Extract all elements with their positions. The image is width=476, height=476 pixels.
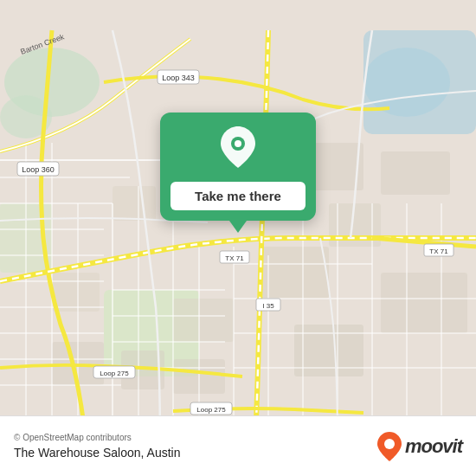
svg-point-70: [235, 140, 241, 147]
svg-text:Loop 275: Loop 275: [196, 406, 226, 414]
svg-rect-12: [294, 325, 363, 376]
moovit-logo: moovit: [377, 432, 462, 461]
svg-point-71: [384, 439, 395, 449]
bottom-left: © OpenStreetMap contributors The Warehou…: [14, 433, 181, 460]
map-container: Barton Creek Loop 343 Loop 360 TX 71 TX …: [0, 0, 476, 476]
moovit-pin-icon: [377, 432, 402, 461]
svg-rect-8: [173, 299, 234, 342]
place-name: The Warehouse Saloon, Austin: [14, 446, 181, 460]
svg-text:TX 71: TX 71: [225, 254, 244, 262]
location-pin-icon: [221, 126, 255, 171]
svg-rect-10: [52, 273, 100, 312]
osm-credit: © OpenStreetMap contributors: [14, 433, 181, 442]
svg-text:TX 71: TX 71: [429, 248, 448, 255]
svg-text:Loop 343: Loop 343: [162, 74, 195, 82]
svg-point-4: [363, 48, 450, 117]
svg-rect-13: [381, 273, 467, 333]
moovit-text: moovit: [405, 435, 462, 458]
svg-rect-11: [113, 186, 156, 221]
svg-text:Loop 275: Loop 275: [100, 370, 129, 377]
svg-rect-7: [260, 247, 329, 299]
svg-rect-18: [381, 151, 450, 195]
svg-text:Loop 360: Loop 360: [22, 165, 55, 174]
svg-text:I 35: I 35: [262, 302, 274, 310]
bottom-bar: © OpenStreetMap contributors The Warehou…: [0, 415, 476, 476]
take-me-there-button[interactable]: Take me there: [170, 182, 306, 210]
popup-card: Take me there: [160, 113, 316, 221]
map-background: Barton Creek Loop 343 Loop 360 TX 71 TX …: [0, 0, 476, 476]
